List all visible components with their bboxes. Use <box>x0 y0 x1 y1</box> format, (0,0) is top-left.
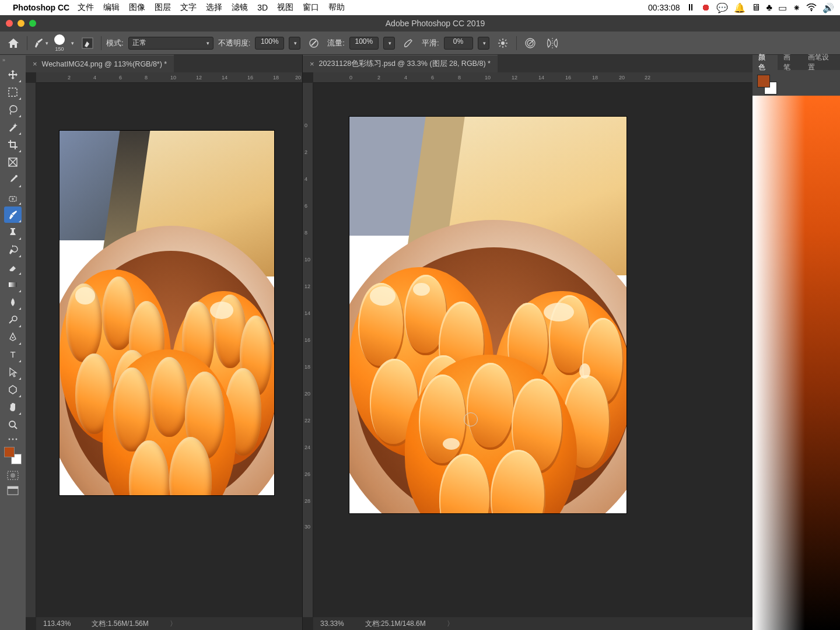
maximize-window-icon[interactable] <box>29 20 36 27</box>
symmetry-toggle[interactable] <box>544 34 561 52</box>
volume-icon[interactable]: 🔊 <box>822 2 834 13</box>
menu-edit[interactable]: 编辑 <box>103 2 120 13</box>
display-icon[interactable]: 🖥 <box>751 2 761 13</box>
menu-window[interactable]: 窗口 <box>303 2 319 13</box>
vertical-ruler[interactable] <box>26 83 36 617</box>
color-picker-field[interactable] <box>752 96 840 630</box>
svg-point-0 <box>811 10 813 12</box>
menu-help[interactable]: 帮助 <box>328 2 345 13</box>
brush-preset-picker[interactable]: 150 <box>54 34 65 52</box>
menu-image[interactable]: 图像 <box>129 2 145 13</box>
pressure-opacity-toggle[interactable] <box>305 34 323 52</box>
svg-point-27 <box>12 337 14 339</box>
menu-select[interactable]: 选择 <box>206 2 222 13</box>
menu-file[interactable]: 文件 <box>78 2 94 13</box>
blur-tool[interactable] <box>4 294 22 310</box>
healing-brush-tool[interactable] <box>4 189 22 205</box>
close-tab-icon[interactable]: × <box>310 60 314 68</box>
menu-3d[interactable]: 3D <box>257 3 268 12</box>
pause-icon[interactable]: ⏸ <box>686 2 695 13</box>
menu-filter[interactable]: 滤镜 <box>232 2 248 13</box>
screen-mode-toggle[interactable] <box>5 484 20 497</box>
opacity-slider-toggle[interactable]: ▾ <box>289 37 300 50</box>
clone-stamp-tool[interactable] <box>4 224 22 240</box>
history-brush-tool[interactable] <box>4 242 22 258</box>
marquee-tool[interactable] <box>4 84 22 100</box>
options-bar: ▾ 150 ▾ 模式: 正常 ▾ 不透明度: 100% ▾ 流量: 100% ▾… <box>0 32 840 55</box>
svg-line-8 <box>499 40 501 41</box>
screen-mirror-icon[interactable]: ▭ <box>778 2 787 13</box>
dodge-tool[interactable] <box>4 312 22 328</box>
horizontal-ruler[interactable]: 2 4 6 8 10 12 14 16 18 20 <box>36 72 302 83</box>
svg-point-30 <box>9 421 15 427</box>
color-swatches[interactable] <box>4 447 22 464</box>
pen-tool[interactable] <box>4 329 22 345</box>
panel-tab-brush-settings[interactable]: 画笔设置 <box>802 55 840 70</box>
record-icon[interactable]: ⏺ <box>701 2 710 13</box>
crop-tool[interactable] <box>4 136 22 153</box>
lasso-tool[interactable] <box>4 102 22 118</box>
document-tab-right[interactable]: × 20231128色彩练习.psd @ 33.3% (图层 28, RGB/8… <box>303 55 498 72</box>
notification-icon[interactable]: 🔔 <box>734 2 746 13</box>
frame-tool[interactable] <box>4 154 22 170</box>
type-tool[interactable]: T <box>4 346 22 363</box>
flow-slider-toggle[interactable]: ▾ <box>383 37 395 50</box>
shape-tool[interactable] <box>4 382 22 398</box>
tool-preset-picker[interactable]: ▾ <box>32 34 50 52</box>
menu-view[interactable]: 视图 <box>277 2 293 13</box>
gradient-tool[interactable] <box>4 276 22 293</box>
chevron-down-icon: ▾ <box>206 40 209 46</box>
status-menu-icon[interactable]: 〉 <box>170 619 177 629</box>
doc-size-readout[interactable]: 文档:25.1M/148.6M <box>365 619 426 629</box>
minimize-window-icon[interactable] <box>18 20 24 27</box>
status-menu-icon[interactable]: 〉 <box>447 619 454 629</box>
app-name[interactable]: Photoshop CC <box>13 3 69 12</box>
flow-input[interactable]: 100% <box>349 37 379 50</box>
pressure-size-toggle[interactable] <box>522 34 539 52</box>
wechat-status-icon[interactable]: 💬 <box>716 2 728 13</box>
document-tab-left[interactable]: × WechatIMG24.png @ 113%(RGB/8*) * <box>26 55 174 72</box>
edit-toolbar-button[interactable] <box>4 434 22 444</box>
toolbox-collapse-icon[interactable]: » <box>0 57 26 65</box>
bluetooth-icon[interactable]: ⁕ <box>793 2 800 13</box>
close-tab-icon[interactable]: × <box>33 60 37 68</box>
menu-type[interactable]: 文字 <box>180 2 197 13</box>
horizontal-ruler[interactable]: 0 2 4 6 8 10 12 14 16 18 20 22 <box>313 72 752 83</box>
smoothing-options-button[interactable] <box>494 34 512 52</box>
svg-point-26 <box>12 316 17 321</box>
path-selection-tool[interactable] <box>4 364 22 380</box>
eraser-tool[interactable] <box>4 259 22 275</box>
foreground-color-swatch[interactable] <box>4 447 15 457</box>
close-window-icon[interactable] <box>6 20 13 27</box>
eyedropper-tool[interactable] <box>4 172 22 188</box>
panel-tab-brushes[interactable]: 画笔 <box>778 55 803 70</box>
clover-icon[interactable]: ♣︎ <box>766 2 773 13</box>
opacity-input[interactable]: 100% <box>255 37 284 50</box>
zoom-readout[interactable]: 33.33% <box>320 620 344 628</box>
wifi-icon[interactable] <box>806 4 817 12</box>
zoom-tool[interactable] <box>4 416 22 433</box>
quick-mask-toggle[interactable] <box>5 469 20 482</box>
svg-rect-24 <box>10 228 15 229</box>
airbrush-toggle[interactable] <box>400 34 417 52</box>
canvas-viewport-right[interactable] <box>313 83 752 617</box>
hand-tool[interactable] <box>4 399 22 415</box>
smoothing-slider-toggle[interactable]: ▾ <box>478 37 489 50</box>
home-button[interactable] <box>5 34 22 52</box>
brush-settings-toggle[interactable] <box>79 34 96 52</box>
brush-tool[interactable] <box>4 206 22 223</box>
move-tool[interactable] <box>4 66 22 83</box>
menu-layer[interactable]: 图层 <box>155 2 171 13</box>
vertical-ruler[interactable]: 0 2 4 6 8 10 12 14 16 18 20 22 24 26 28 … <box>303 83 313 617</box>
doc-size-readout[interactable]: 文档:1.56M/1.56M <box>92 619 148 629</box>
panel-tab-color[interactable]: 颜色 <box>752 55 778 70</box>
smoothing-input[interactable]: 0% <box>444 37 473 50</box>
zoom-readout[interactable]: 113.43% <box>43 620 71 628</box>
magic-wand-tool[interactable] <box>4 119 22 135</box>
blend-mode-select[interactable]: 正常 ▾ <box>128 37 214 50</box>
chevron-down-icon[interactable]: ▾ <box>71 40 74 46</box>
canvas-viewport-left[interactable] <box>36 83 302 617</box>
panel-foreground-swatch[interactable] <box>757 75 770 88</box>
smoothing-label: 平滑: <box>422 38 439 48</box>
status-bar-right: 33.33% 文档:25.1M/148.6M 〉 <box>313 617 752 630</box>
